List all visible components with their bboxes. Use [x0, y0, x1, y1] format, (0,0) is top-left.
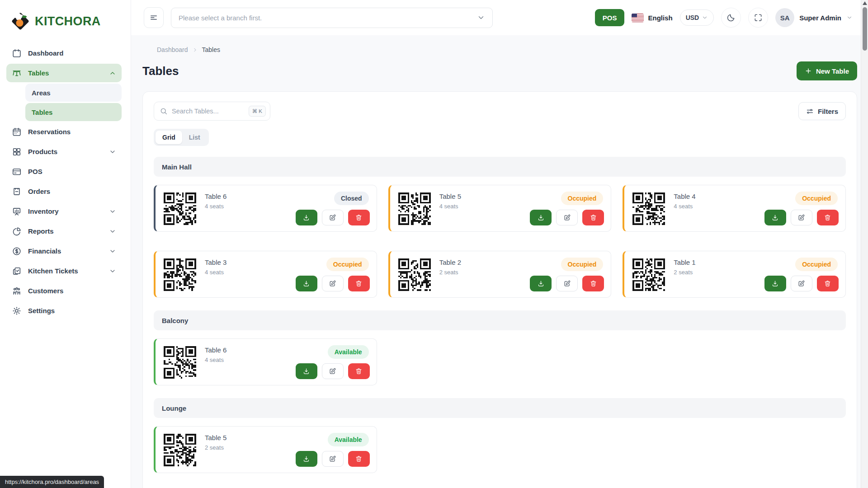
sidebar-subitem-label: Areas: [32, 89, 51, 97]
area-table-grid: Table 5 2 seats Available: [154, 426, 846, 473]
download-qr-button[interactable]: [530, 276, 552, 291]
download-qr-button[interactable]: [296, 210, 317, 225]
qr-code: [631, 191, 666, 226]
presentation-chart-icon: [12, 206, 22, 216]
status-badge: Occupied: [795, 192, 838, 205]
edit-table-button[interactable]: [556, 210, 578, 225]
user-menu[interactable]: SA Super Admin: [775, 8, 853, 27]
card-actions: [296, 363, 370, 379]
branch-select-placeholder: Please select a branch first.: [179, 14, 477, 22]
chevron-up-icon: [109, 70, 116, 77]
edit-table-button[interactable]: [322, 451, 344, 467]
view-list-button[interactable]: List: [182, 131, 207, 144]
sidebar: KITCHORA DashboardTablesAreasTablesReser…: [0, 0, 131, 488]
sidebar-subitem-areas[interactable]: Areas: [25, 84, 122, 102]
sidebar-item-label: POS: [28, 168, 42, 175]
delete-table-button[interactable]: [817, 210, 839, 225]
trash-icon: [355, 214, 363, 221]
delete-table-button[interactable]: [582, 210, 604, 225]
sidebar-item-inventory[interactable]: Inventory: [6, 202, 122, 221]
area-sections: Main Hall Table 6 4 seats Closed Table 5…: [154, 157, 846, 473]
delete-table-button[interactable]: [348, 451, 370, 467]
grid-icon: [12, 147, 22, 157]
app-window: KITCHORA DashboardTablesAreasTablesReser…: [0, 0, 868, 488]
table-card: Table 5 4 seats Occupied: [388, 185, 612, 232]
new-table-button[interactable]: New Table: [797, 61, 857, 80]
brand-name: KITCHORA: [35, 14, 101, 28]
card-actions: [296, 451, 370, 467]
sidebar-item-products[interactable]: Products: [6, 142, 122, 161]
download-icon: [302, 280, 310, 287]
content-area: Dashboard Tables Tables New Table ⌘ K: [131, 35, 868, 488]
sidebar-item-reports[interactable]: Reports: [6, 222, 122, 240]
delete-table-button[interactable]: [817, 276, 839, 291]
scrollbar-up-arrow[interactable]: [863, 1, 867, 5]
edit-table-button[interactable]: [322, 276, 344, 291]
table-icon: [12, 68, 22, 78]
download-qr-button[interactable]: [530, 210, 552, 225]
sidebar-nav: DashboardTablesAreasTablesReservationsPr…: [0, 44, 131, 320]
pos-button[interactable]: POS: [595, 9, 625, 26]
edit-table-button[interactable]: [791, 276, 812, 291]
sidebar-toggle-button[interactable]: [144, 7, 164, 28]
card-actions: [530, 210, 604, 225]
fullscreen-icon: [754, 13, 763, 22]
table-card: Table 6 4 seats Available: [154, 338, 377, 385]
currency-selector[interactable]: USD: [680, 9, 714, 26]
edit-table-button[interactable]: [556, 276, 578, 291]
fullscreen-button[interactable]: [748, 8, 768, 28]
qr-code: [397, 191, 432, 226]
filters-button[interactable]: Filters: [798, 102, 846, 120]
download-qr-button[interactable]: [296, 363, 317, 379]
edit-table-button[interactable]: [791, 210, 812, 225]
sidebar-subitem-tables[interactable]: Tables: [25, 103, 122, 121]
sidebar-item-kitchen-tickets[interactable]: Kitchen Tickets: [6, 262, 122, 280]
scrollbar[interactable]: [861, 0, 868, 488]
status-badge: Occupied: [326, 258, 369, 271]
search-icon: [160, 107, 168, 115]
page-title: Tables: [142, 64, 179, 78]
dark-mode-button[interactable]: [721, 8, 741, 28]
sidebar-item-label: Orders: [28, 188, 50, 195]
download-qr-button[interactable]: [296, 451, 317, 467]
status-badge: Occupied: [561, 258, 604, 271]
breadcrumb-dashboard[interactable]: Dashboard: [157, 46, 188, 53]
delete-table-button[interactable]: [582, 276, 604, 291]
sidebar-item-reservations[interactable]: Reservations: [6, 122, 122, 141]
menu-icon: [149, 13, 158, 22]
sidebar-item-label: Settings: [28, 307, 55, 314]
branch-select[interactable]: Please select a branch first.: [171, 8, 493, 28]
brand-logo[interactable]: KITCHORA: [0, 7, 131, 42]
scrollbar-thumb[interactable]: [863, 7, 867, 51]
chevron-down-icon: [477, 14, 485, 22]
delete-table-button[interactable]: [348, 363, 370, 379]
gear-icon: [12, 306, 22, 316]
breadcrumb: Dashboard Tables: [142, 46, 857, 53]
sidebar-item-financials[interactable]: Financials: [6, 242, 122, 260]
delete-table-button[interactable]: [348, 276, 370, 291]
sidebar-item-label: Kitchen Tickets: [28, 267, 78, 275]
filters-label: Filters: [818, 108, 838, 115]
language-selector[interactable]: English: [632, 14, 672, 22]
table-card: Table 4 4 seats Occupied: [623, 185, 846, 232]
search-input[interactable]: [172, 108, 245, 115]
trash-icon: [824, 214, 831, 221]
download-qr-button[interactable]: [764, 276, 786, 291]
sidebar-item-pos[interactable]: POS: [6, 162, 122, 181]
download-qr-button[interactable]: [764, 210, 786, 225]
sidebar-item-orders[interactable]: Orders: [6, 182, 122, 201]
chevron-down-icon: [109, 208, 116, 215]
edit-table-button[interactable]: [322, 363, 344, 379]
qr-code: [162, 432, 198, 468]
edit-table-button[interactable]: [322, 210, 344, 225]
language-label: English: [648, 14, 672, 22]
chevron-right-icon: [192, 47, 198, 53]
view-grid-button[interactable]: Grid: [156, 131, 182, 144]
delete-table-button[interactable]: [348, 210, 370, 225]
search-box: ⌘ K: [154, 102, 270, 121]
sidebar-item-customers[interactable]: Customers: [6, 282, 122, 300]
sidebar-item-tables[interactable]: Tables: [6, 64, 122, 82]
download-qr-button[interactable]: [296, 276, 317, 291]
sidebar-item-settings[interactable]: Settings: [6, 301, 122, 320]
sidebar-item-dashboard[interactable]: Dashboard: [6, 44, 122, 62]
